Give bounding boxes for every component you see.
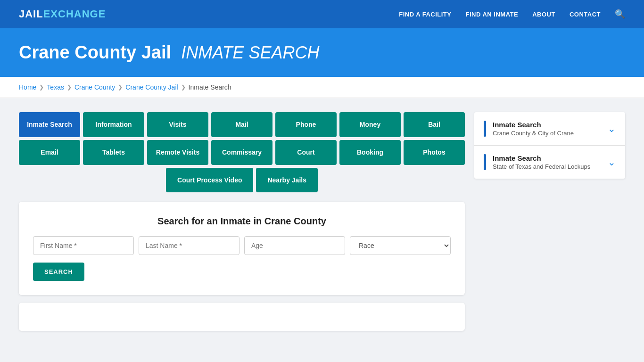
tab-email[interactable]: Email	[19, 140, 80, 165]
tab-tablets[interactable]: Tablets	[83, 140, 144, 165]
sidebar-item-text-1: Inmate Search Crane County & City of Cra…	[493, 121, 574, 137]
tab-bail[interactable]: Bail	[404, 112, 465, 137]
hero-title-bold: Crane County Jail	[19, 42, 171, 62]
sidebar-card: Inmate Search Crane County & City of Cra…	[474, 112, 625, 179]
hero-title-italic: INMATE SEARCH	[181, 43, 319, 62]
race-select[interactable]: Race White Black Hispanic Asian Other	[350, 236, 451, 255]
tab-phone[interactable]: Phone	[275, 112, 337, 137]
tab-commissary[interactable]: Commissary	[211, 140, 272, 165]
search-card-bottom	[19, 303, 465, 331]
sidebar-item-text-2: Inmate Search State of Texas and Federal…	[493, 154, 590, 170]
sidebar-item-state[interactable]: Inmate Search State of Texas and Federal…	[474, 146, 625, 179]
sidebar-blue-bar-1	[484, 121, 486, 137]
search-icon[interactable]: 🔍	[615, 9, 625, 19]
last-name-input[interactable]	[139, 236, 239, 255]
tab-information[interactable]: Information	[83, 112, 144, 137]
breadcrumb-texas[interactable]: Texas	[47, 83, 64, 91]
age-input[interactable]	[244, 236, 345, 255]
search-card: Search for an Inmate in Crane County Rac…	[19, 202, 465, 295]
sidebar-item-sub-2: State of Texas and Federal Lockups	[493, 163, 590, 170]
tab-remote-visits[interactable]: Remote Visits	[147, 140, 208, 165]
tab-row-2: Email Tablets Remote Visits Commissary C…	[19, 140, 465, 165]
right-sidebar: Inmate Search Crane County & City of Cra…	[474, 112, 625, 331]
breadcrumb-home[interactable]: Home	[19, 83, 36, 91]
breadcrumb: Home ❯ Texas ❯ Crane County ❯ Crane Coun…	[0, 77, 644, 98]
logo-jail: JAIL	[19, 8, 43, 20]
left-column: Inmate Search Information Visits Mail Ph…	[19, 112, 465, 331]
tab-visits[interactable]: Visits	[147, 112, 208, 137]
sidebar-blue-bar-2	[484, 154, 486, 170]
hero-section: Crane County Jail INMATE SEARCH	[0, 28, 644, 77]
nav-find-inmate[interactable]: FIND AN INMATE	[465, 11, 518, 18]
tab-money[interactable]: Money	[339, 112, 401, 137]
chevron-down-icon-1: ⌄	[608, 123, 616, 134]
breadcrumb-sep-2: ❯	[67, 84, 72, 90]
nav-about[interactable]: ABOUT	[532, 11, 555, 18]
sidebar-item-title-1: Inmate Search	[493, 121, 574, 129]
tab-photos[interactable]: Photos	[404, 140, 465, 165]
first-name-input[interactable]	[33, 236, 134, 255]
search-inputs: Race White Black Hispanic Asian Other	[33, 236, 451, 255]
nav-contact[interactable]: CONTACT	[570, 11, 601, 18]
sidebar-item-county[interactable]: Inmate Search Crane County & City of Cra…	[474, 112, 625, 146]
chevron-down-icon-2: ⌄	[608, 156, 616, 168]
tab-court[interactable]: Court	[275, 140, 337, 165]
main-content: Inmate Search Information Visits Mail Ph…	[0, 98, 644, 345]
breadcrumb-sep-3: ❯	[118, 84, 123, 90]
search-button[interactable]: SEARCH	[33, 263, 84, 281]
breadcrumb-sep-1: ❯	[39, 84, 44, 90]
breadcrumb-crane-county[interactable]: Crane County	[74, 83, 115, 91]
sidebar-item-title-2: Inmate Search	[493, 154, 590, 162]
breadcrumb-sep-4: ❯	[181, 84, 186, 90]
breadcrumb-current: Inmate Search	[189, 83, 231, 91]
tab-row-1: Inmate Search Information Visits Mail Ph…	[19, 112, 465, 137]
tab-booking[interactable]: Booking	[339, 140, 401, 165]
tab-court-process-video[interactable]: Court Process Video	[166, 168, 253, 192]
sidebar-item-sub-1: Crane County & City of Crane	[493, 130, 574, 137]
logo[interactable]: JAILEXCHANGE	[19, 8, 106, 20]
search-card-title: Search for an Inmate in Crane County	[33, 216, 451, 227]
tab-nearby-jails[interactable]: Nearby Jails	[256, 168, 318, 192]
tab-mail[interactable]: Mail	[211, 112, 272, 137]
header: JAILEXCHANGE FIND A FACILITY FIND AN INM…	[0, 0, 644, 28]
page-title: Crane County Jail INMATE SEARCH	[19, 42, 625, 63]
tab-inmate-search[interactable]: Inmate Search	[19, 112, 80, 137]
main-nav: FIND A FACILITY FIND AN INMATE ABOUT CON…	[399, 9, 625, 19]
nav-find-facility[interactable]: FIND A FACILITY	[399, 11, 451, 18]
tab-row-3: Court Process Video Nearby Jails	[19, 168, 465, 192]
logo-exchange: EXCHANGE	[43, 8, 106, 20]
breadcrumb-crane-county-jail[interactable]: Crane County Jail	[125, 83, 178, 91]
